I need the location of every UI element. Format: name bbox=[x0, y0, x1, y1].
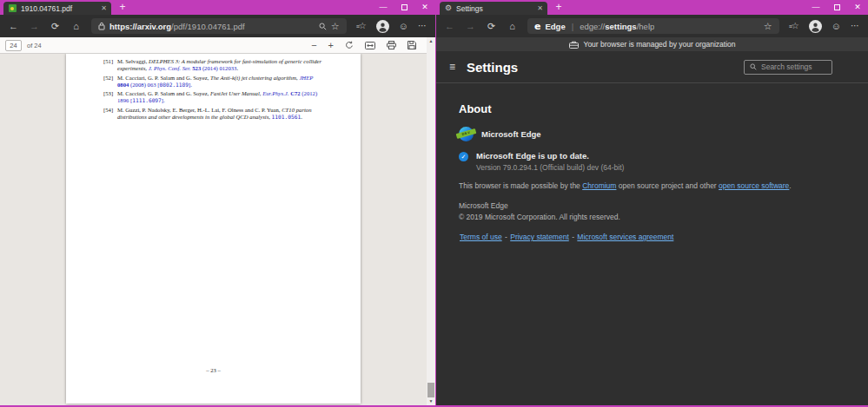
privacy-statement-link[interactable]: Privacy statement bbox=[510, 233, 569, 241]
browser-window-settings: ⚙ Settings ✕ + — ✕ ← → ⟳ ⌂ e Edge | edge… bbox=[436, 0, 868, 405]
lock-icon bbox=[98, 22, 105, 30]
legal-links: Terms of use - Privacy statement - Micro… bbox=[459, 233, 842, 241]
inline-link[interactable]: ]. bbox=[189, 82, 192, 88]
feedback-smiley-icon[interactable]: ☺ bbox=[399, 22, 408, 31]
favorites-bar-icon[interactable]: ≡☆ bbox=[789, 22, 799, 30]
close-button[interactable]: ✕ bbox=[414, 0, 435, 14]
inline-link[interactable]: 1111.6097 bbox=[132, 97, 162, 103]
managed-banner-text: Your browser is managed by your organiza… bbox=[584, 40, 736, 49]
tab-title: Settings bbox=[456, 4, 533, 13]
tab-close-icon[interactable]: ✕ bbox=[101, 5, 107, 12]
services-agreement-link[interactable]: Microsoft services agreement bbox=[577, 233, 673, 241]
text-segment: M. Selvaggi, bbox=[117, 58, 149, 64]
search-input[interactable] bbox=[761, 62, 826, 71]
tab-settings[interactable]: ⚙ Settings ✕ bbox=[440, 2, 547, 15]
zoom-out-button[interactable]: − bbox=[311, 41, 316, 50]
back-icon[interactable]: ← bbox=[444, 22, 455, 31]
forward-icon[interactable]: → bbox=[29, 22, 40, 31]
url-field[interactable]: e Edge | edge://settings/help ☆ bbox=[527, 18, 779, 34]
settings-page: ≡ Settings About DEV Microsoft Edge bbox=[436, 51, 868, 405]
inline-link[interactable]: Eur.Phys.J. bbox=[262, 90, 290, 96]
text-segment: . bbox=[301, 114, 302, 120]
print-icon[interactable] bbox=[387, 41, 396, 49]
inline-link[interactable]: 523 bbox=[192, 65, 201, 71]
minimize-button[interactable]: — bbox=[805, 0, 826, 14]
text-segment: FastJet User Manual bbox=[210, 90, 260, 96]
inline-link[interactable]: (2014) 012033 bbox=[201, 65, 236, 71]
forward-icon[interactable]: → bbox=[465, 22, 476, 31]
settings-more-icon[interactable]: ⋯ bbox=[418, 22, 427, 30]
tab-close-icon[interactable]: ✕ bbox=[537, 5, 543, 12]
version-text: Version 79.0.294.1 (Official build) dev … bbox=[476, 163, 624, 172]
terms-of-use-link[interactable]: Terms of use bbox=[460, 233, 502, 241]
zoom-in-button[interactable]: + bbox=[328, 41, 334, 50]
scroll-up-icon[interactable]: ▲ bbox=[427, 37, 435, 45]
url-field[interactable]: https://arxiv.org/pdf/1910.04761.pdf ☆ bbox=[91, 18, 347, 34]
url-text: edge://settings/help bbox=[580, 22, 654, 31]
new-tab-button[interactable]: + bbox=[552, 1, 566, 14]
profile-avatar[interactable] bbox=[809, 20, 822, 33]
favorites-bar-icon[interactable]: ≡☆ bbox=[356, 22, 367, 30]
settings-search-box[interactable] bbox=[744, 60, 832, 75]
inline-link[interactable]: open source software bbox=[719, 181, 789, 190]
new-tab-button[interactable]: + bbox=[116, 1, 129, 14]
inline-link[interactable]: ]. bbox=[162, 97, 165, 103]
text-segment: open source project and other bbox=[616, 181, 719, 190]
pdf-viewport[interactable]: [51] M. Selvaggi, DELPHES 3: A modular f… bbox=[0, 54, 435, 405]
tab-pdf[interactable]: 1910.04761.pdf ✕ bbox=[3, 2, 111, 15]
settings-header: ≡ Settings bbox=[436, 51, 868, 83]
search-icon[interactable] bbox=[319, 23, 327, 30]
url-host: https://arxiv.org bbox=[109, 22, 171, 31]
maximize-icon bbox=[834, 4, 840, 10]
back-icon[interactable]: ← bbox=[8, 22, 19, 31]
reference-text: M. Cacciari, G. P. Salam and G. Soyez, T… bbox=[117, 75, 323, 89]
text-segment: The Anti-k(t) jet clustering algorithm bbox=[210, 75, 296, 81]
favorite-star-icon[interactable]: ☆ bbox=[764, 22, 772, 31]
inline-link[interactable]: J. Phys. Conf. Ser. bbox=[149, 65, 193, 71]
fit-to-width-icon[interactable] bbox=[365, 42, 375, 49]
product-name: Microsoft Edge bbox=[481, 129, 541, 139]
text-segment: M. Guzzi, P. Nadolsky, E. Berger, H.-L. … bbox=[117, 107, 282, 113]
rotate-icon[interactable] bbox=[345, 41, 354, 49]
inline-link[interactable]: 0802.1189 bbox=[159, 82, 189, 88]
chromium-note: This browser is made possible by the Chr… bbox=[459, 181, 842, 190]
page-total-label: of 24 bbox=[27, 42, 42, 49]
tab-title: 1910.04761.pdf bbox=[21, 4, 96, 13]
link-separator: - bbox=[570, 233, 577, 241]
pdf-scrollbar[interactable]: ▲ ▼ bbox=[427, 37, 435, 405]
url-divider: | bbox=[572, 22, 573, 31]
home-icon[interactable]: ⌂ bbox=[507, 22, 518, 31]
minimize-button[interactable]: — bbox=[373, 0, 394, 14]
refresh-icon[interactable]: ⟳ bbox=[486, 22, 497, 31]
gear-icon: ⚙ bbox=[445, 4, 452, 12]
save-icon[interactable] bbox=[407, 41, 416, 49]
titlebar[interactable]: ⚙ Settings ✕ + — ✕ bbox=[436, 0, 868, 15]
inline-link[interactable]: 0804 bbox=[117, 82, 129, 88]
inline-link[interactable]: (2008) 063 [ bbox=[129, 82, 159, 88]
maximize-button[interactable] bbox=[826, 0, 847, 14]
page-number-input[interactable] bbox=[5, 40, 22, 51]
desktop: 1910.04761.pdf ✕ + — ✕ ← → ⟳ ⌂ https://a… bbox=[0, 0, 868, 407]
home-icon[interactable]: ⌂ bbox=[70, 22, 82, 31]
profile-avatar[interactable] bbox=[376, 20, 389, 33]
settings-more-icon[interactable]: ⋯ bbox=[851, 22, 860, 30]
favorite-star-icon[interactable]: ☆ bbox=[331, 22, 340, 31]
scroll-down-icon[interactable]: ▼ bbox=[427, 397, 435, 405]
close-button[interactable]: ✕ bbox=[847, 0, 868, 14]
refresh-icon[interactable]: ⟳ bbox=[50, 22, 61, 31]
menu-icon[interactable]: ≡ bbox=[449, 61, 455, 73]
titlebar[interactable]: 1910.04761.pdf ✕ + — ✕ bbox=[0, 0, 435, 15]
inline-link[interactable]: 1101.0561 bbox=[272, 114, 301, 120]
feedback-smiley-icon[interactable]: ☺ bbox=[832, 22, 841, 31]
briefcase-icon bbox=[569, 41, 579, 49]
reference-item: [52] M. Cacciari, G. P. Salam and G. Soy… bbox=[103, 75, 323, 89]
inline-link[interactable]: JHEP bbox=[299, 75, 313, 81]
inline-link[interactable]: C72 bbox=[290, 90, 301, 96]
inline-link[interactable]: Chromium bbox=[582, 181, 616, 190]
maximize-button[interactable] bbox=[394, 0, 414, 14]
reference-text: M. Cacciari, G. P. Salam and G. Soyez, F… bbox=[117, 90, 323, 104]
scrollbar-thumb[interactable] bbox=[427, 383, 434, 397]
reference-item: [53] M. Cacciari, G. P. Salam and G. Soy… bbox=[103, 90, 323, 104]
favorites-star-icon: ☆ bbox=[359, 22, 367, 30]
product-footer: Microsoft Edge bbox=[459, 201, 842, 210]
